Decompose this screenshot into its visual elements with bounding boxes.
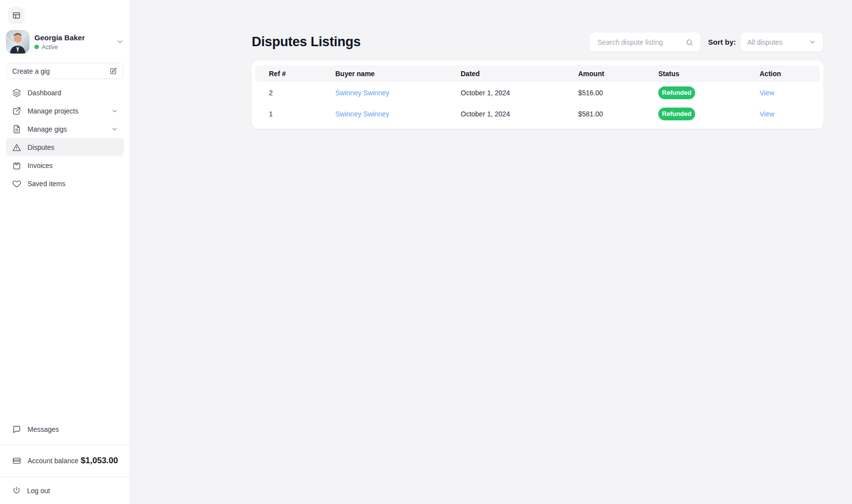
table-row: 1 Swinney Swinney October 1, 2024 $581.0… bbox=[255, 103, 820, 124]
chevron-down-icon bbox=[111, 126, 118, 133]
account-balance-value: $1,053.00 bbox=[81, 456, 118, 466]
sidebar-toggle-button[interactable] bbox=[8, 7, 25, 24]
account-balance-label: Account balance bbox=[28, 457, 79, 465]
warning-triangle-icon bbox=[12, 142, 22, 152]
chat-bubble-icon bbox=[12, 424, 22, 434]
ref-cell: 1 bbox=[269, 110, 335, 118]
create-gig-label: Create a gig bbox=[12, 67, 50, 75]
ref-cell: 2 bbox=[269, 89, 335, 97]
disputes-table-card: Ref # Buyer name Dated Amount Status Act… bbox=[252, 60, 823, 129]
sidebar-spacer bbox=[6, 193, 124, 420]
sidebar-item-dashboard[interactable]: Dashboard bbox=[6, 84, 124, 102]
page-title: Disputes Listings bbox=[252, 34, 361, 50]
sidebar: Georgia Baker Active Create a gig bbox=[0, 0, 130, 504]
amount-cell: $516.00 bbox=[578, 89, 658, 97]
document-icon bbox=[12, 124, 22, 134]
sidebar-item-manage-projects[interactable]: Manage projects bbox=[6, 102, 124, 120]
column-header-dated: Dated bbox=[461, 70, 578, 78]
view-link[interactable]: View bbox=[760, 89, 820, 97]
profile-status-label: Active bbox=[42, 44, 58, 51]
column-header-buyer: Buyer name bbox=[335, 70, 461, 78]
sidebar-item-label: Invoices bbox=[28, 162, 53, 169]
chevron-down-icon bbox=[111, 108, 118, 114]
profile-menu[interactable]: Georgia Baker Active bbox=[6, 30, 124, 54]
heart-icon bbox=[12, 179, 22, 189]
table-row: 2 Swinney Swinney October 1, 2024 $516.0… bbox=[255, 82, 820, 103]
column-header-action: Action bbox=[760, 70, 820, 78]
sidebar-item-disputes[interactable]: Disputes bbox=[6, 138, 124, 156]
sidebar-nav: Dashboard Manage projects bbox=[6, 84, 124, 193]
buyer-name-link[interactable]: Swinney Swinney bbox=[335, 89, 461, 97]
pencil-square-icon bbox=[109, 67, 118, 75]
sidebar-item-label: Manage gigs bbox=[28, 125, 67, 133]
sidebar-item-messages[interactable]: Messages bbox=[6, 420, 124, 438]
sidebar-item-label: Saved items bbox=[28, 180, 65, 188]
credit-card-icon bbox=[12, 456, 22, 466]
status-badge: Refunded bbox=[658, 108, 695, 120]
layers-icon bbox=[12, 88, 22, 98]
buyer-name-link[interactable]: Swinney Swinney bbox=[335, 110, 461, 118]
panel-layout-icon bbox=[12, 11, 21, 20]
sidebar-item-label: Manage projects bbox=[28, 107, 79, 115]
main-content: Disputes Listings Sort by: All disputes bbox=[131, 0, 852, 504]
power-icon bbox=[12, 486, 21, 495]
sidebar-item-saved-items[interactable]: Saved items bbox=[6, 174, 124, 193]
sort-dropdown[interactable]: All disputes bbox=[740, 32, 823, 52]
column-header-amount: Amount bbox=[578, 70, 658, 78]
sort-by-label: Sort by: bbox=[708, 38, 736, 46]
shopping-bag-icon bbox=[12, 161, 22, 170]
sidebar-item-label: Messages bbox=[28, 425, 59, 433]
account-balance-row: Account balance $1,053.00 bbox=[6, 445, 124, 476]
table-header-row: Ref # Buyer name Dated Amount Status Act… bbox=[255, 65, 820, 82]
chevron-down-icon bbox=[809, 38, 816, 46]
search-icon bbox=[685, 38, 694, 47]
amount-cell: $581.00 bbox=[578, 110, 658, 118]
dated-cell: October 1, 2024 bbox=[461, 89, 578, 97]
avatar bbox=[6, 30, 29, 54]
search-input[interactable] bbox=[589, 32, 701, 52]
external-link-icon bbox=[12, 106, 22, 116]
view-link[interactable]: View bbox=[760, 110, 820, 118]
search-box bbox=[589, 32, 701, 52]
active-status-dot bbox=[34, 45, 39, 49]
column-header-ref: Ref # bbox=[269, 70, 335, 78]
logout-label: Log out bbox=[27, 487, 50, 495]
column-header-status: Status bbox=[658, 70, 760, 78]
sidebar-item-invoices[interactable]: Invoices bbox=[6, 156, 124, 174]
profile-name: Georgia Baker bbox=[34, 33, 85, 42]
status-badge: Refunded bbox=[658, 86, 695, 99]
chevron-down-icon[interactable] bbox=[116, 38, 124, 46]
dated-cell: October 1, 2024 bbox=[461, 110, 578, 118]
sidebar-item-label: Disputes bbox=[28, 143, 54, 151]
sort-dropdown-value: All disputes bbox=[747, 38, 783, 46]
sidebar-item-manage-gigs[interactable]: Manage gigs bbox=[6, 120, 124, 138]
create-gig-button[interactable]: Create a gig bbox=[6, 63, 124, 79]
sidebar-item-label: Dashboard bbox=[28, 89, 61, 97]
logout-button[interactable]: Log out bbox=[6, 477, 124, 504]
